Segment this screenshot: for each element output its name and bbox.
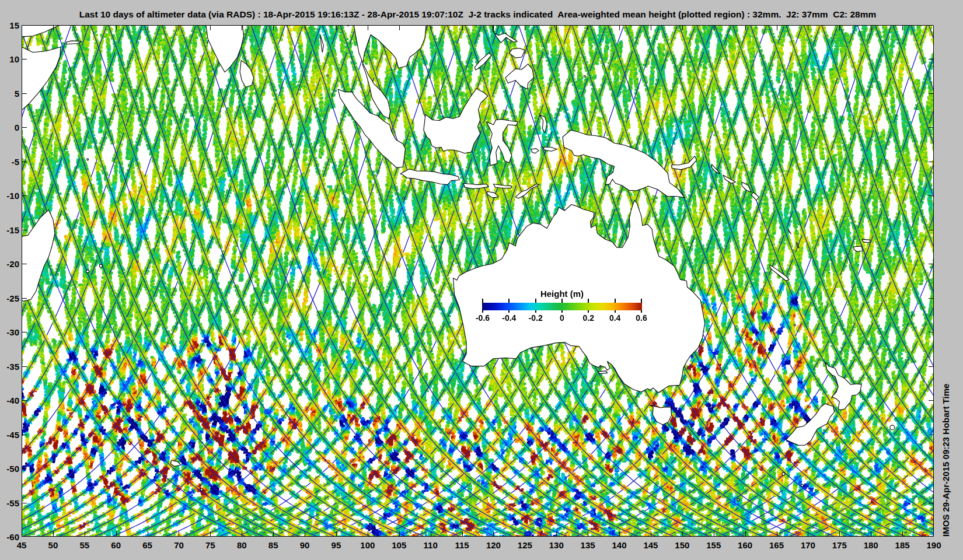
x-tick-label: 70 bbox=[174, 540, 184, 550]
colorbar-tick bbox=[641, 310, 642, 313]
x-tick-label: 105 bbox=[392, 540, 406, 550]
y-tick-label: -50 bbox=[6, 464, 19, 474]
x-tick-label: 65 bbox=[142, 540, 152, 550]
colorbar-tick-label: 0.4 bbox=[609, 313, 620, 323]
y-tick-label: -15 bbox=[6, 225, 19, 235]
colorbar-title: Height (m) bbox=[482, 289, 642, 299]
x-tick-label: 80 bbox=[237, 540, 247, 550]
y-tick-label: -20 bbox=[6, 259, 19, 269]
colorbar-tick-label: -0.2 bbox=[529, 313, 543, 323]
colorbar-tick-label: 0.2 bbox=[583, 313, 594, 323]
x-tick-label: 95 bbox=[332, 540, 341, 550]
x-tick-label: 180 bbox=[864, 540, 878, 550]
y-tick-label: 5 bbox=[15, 88, 19, 98]
colorbar-tick bbox=[561, 310, 563, 313]
x-tick-label: 110 bbox=[424, 540, 438, 550]
x-tick-label: 85 bbox=[268, 540, 278, 550]
y-tick-label: 0 bbox=[15, 123, 19, 132]
x-tick-label: 60 bbox=[111, 540, 121, 550]
x-tick-label: 140 bbox=[612, 540, 627, 550]
map-plot: Height (m) -0.6-0.4-0.200.20.40.6 bbox=[22, 25, 934, 537]
x-tick-label: 50 bbox=[48, 540, 58, 550]
colorbar-tick bbox=[482, 310, 483, 313]
figure-title: Last 10 days of altimeter data (via RADS… bbox=[22, 9, 934, 20]
colorbar-tick bbox=[588, 310, 589, 313]
timestamp-side-text: IMOS 29-Apr-2015 09:23 Hobart Time bbox=[941, 25, 951, 537]
colorbar-tick bbox=[508, 310, 510, 313]
y-tick-label: -45 bbox=[6, 429, 19, 439]
x-tick-label: 45 bbox=[17, 540, 27, 550]
x-tick-label: 125 bbox=[518, 540, 532, 550]
colorbar-tick-label: 0.6 bbox=[636, 313, 647, 323]
figure: Last 10 days of altimeter data (via RADS… bbox=[0, 0, 963, 560]
altimeter-track-map-canvas bbox=[22, 25, 934, 537]
x-tick-label: 155 bbox=[706, 540, 721, 550]
y-tick-label: 10 bbox=[9, 54, 19, 64]
y-tick-label: -55 bbox=[6, 498, 19, 508]
colorbar-tick bbox=[535, 310, 536, 313]
y-tick-label: -25 bbox=[6, 293, 19, 303]
y-tick-label: -5 bbox=[12, 156, 19, 166]
y-tick-label: -10 bbox=[6, 191, 19, 201]
colorbar: Height (m) -0.6-0.4-0.200.20.40.6 bbox=[482, 289, 642, 324]
x-tick-label: 120 bbox=[486, 540, 501, 550]
x-tick-label: 145 bbox=[643, 540, 658, 550]
x-tick-label: 75 bbox=[205, 540, 215, 550]
x-tick-label: 165 bbox=[769, 540, 784, 550]
x-tick-label: 115 bbox=[455, 540, 469, 550]
y-tick-label: 15 bbox=[9, 20, 19, 30]
colorbar-tick-label: -0.6 bbox=[476, 313, 490, 323]
x-tick-label: 55 bbox=[79, 540, 89, 550]
x-tick-label: 190 bbox=[926, 540, 941, 550]
colorbar-tick-label: -0.4 bbox=[502, 313, 516, 323]
x-tick-label: 90 bbox=[300, 540, 310, 550]
y-tick-label: -35 bbox=[6, 361, 19, 371]
x-tick-label: 170 bbox=[801, 540, 815, 550]
y-tick-label: -40 bbox=[6, 396, 19, 405]
x-tick-label: 130 bbox=[549, 540, 564, 550]
colorbar-tick bbox=[615, 310, 616, 313]
x-tick-label: 135 bbox=[581, 540, 595, 550]
x-tick-label: 185 bbox=[895, 540, 910, 550]
x-tick-label: 160 bbox=[738, 540, 752, 550]
y-tick-label: -30 bbox=[6, 327, 19, 337]
x-tick-label: 175 bbox=[832, 540, 847, 550]
x-tick-label: 150 bbox=[675, 540, 689, 550]
colorbar-tick-label: 0 bbox=[560, 313, 564, 323]
colorbar-gradient bbox=[482, 303, 642, 310]
y-tick-label: -60 bbox=[6, 532, 19, 542]
x-tick-label: 100 bbox=[360, 540, 375, 550]
